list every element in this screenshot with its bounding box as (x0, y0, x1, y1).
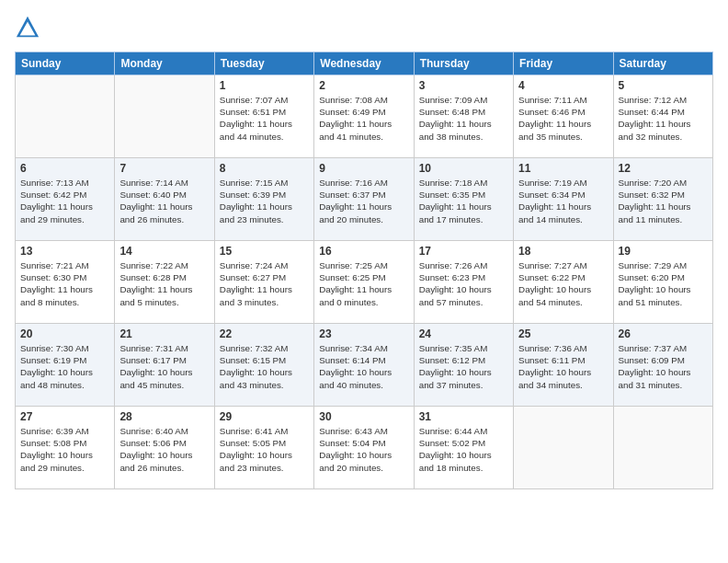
day-info: Sunrise: 7:09 AMSunset: 6:48 PMDaylight:… (419, 94, 508, 143)
day-number: 5 (619, 79, 708, 92)
calendar-cell: 29Sunrise: 6:41 AMSunset: 5:05 PMDayligh… (214, 407, 313, 489)
day-info: Sunrise: 6:39 AMSunset: 5:08 PMDaylight:… (20, 425, 109, 474)
calendar-cell: 2Sunrise: 7:08 AMSunset: 6:49 PMDaylight… (314, 75, 414, 158)
day-number: 8 (220, 162, 309, 175)
day-number: 24 (419, 327, 508, 340)
calendar-cell: 8Sunrise: 7:15 AMSunset: 6:39 PMDaylight… (214, 158, 313, 241)
weekday-header: Sunday (16, 52, 115, 75)
weekday-header: Thursday (414, 52, 513, 75)
day-info: Sunrise: 7:21 AMSunset: 6:30 PMDaylight:… (20, 259, 109, 308)
calendar-cell: 1Sunrise: 7:07 AMSunset: 6:51 PMDaylight… (214, 75, 313, 158)
day-info: Sunrise: 6:41 AMSunset: 5:05 PMDaylight:… (220, 425, 309, 474)
calendar-cell: 25Sunrise: 7:36 AMSunset: 6:11 PMDayligh… (514, 324, 613, 407)
calendar-cell: 11Sunrise: 7:19 AMSunset: 6:34 PMDayligh… (514, 158, 613, 241)
day-number: 31 (419, 410, 508, 423)
day-info: Sunrise: 7:22 AMSunset: 6:28 PMDaylight:… (119, 259, 209, 308)
day-number: 6 (20, 162, 109, 175)
calendar-cell: 26Sunrise: 7:37 AMSunset: 6:09 PMDayligh… (613, 324, 712, 407)
calendar-cell: 4Sunrise: 7:11 AMSunset: 6:46 PMDaylight… (514, 75, 613, 158)
calendar-cell: 9Sunrise: 7:16 AMSunset: 6:37 PMDaylight… (314, 158, 414, 241)
day-number: 23 (319, 327, 408, 340)
calendar-cell: 30Sunrise: 6:43 AMSunset: 5:04 PMDayligh… (314, 407, 414, 489)
day-info: Sunrise: 7:15 AMSunset: 6:39 PMDaylight:… (220, 177, 309, 225)
day-number: 9 (319, 162, 408, 175)
day-info: Sunrise: 6:44 AMSunset: 5:02 PMDaylight:… (419, 425, 508, 474)
day-number: 16 (319, 245, 408, 258)
day-number: 22 (220, 327, 309, 340)
day-info: Sunrise: 7:27 AMSunset: 6:22 PMDaylight:… (518, 259, 608, 308)
day-number: 20 (20, 327, 109, 340)
day-number: 2 (319, 79, 408, 92)
page-header (15, 15, 713, 40)
calendar-cell: 3Sunrise: 7:09 AMSunset: 6:48 PMDaylight… (414, 75, 513, 158)
day-number: 1 (220, 79, 309, 92)
day-info: Sunrise: 6:43 AMSunset: 5:04 PMDaylight:… (319, 425, 408, 474)
calendar-cell: 14Sunrise: 7:22 AMSunset: 6:28 PMDayligh… (115, 241, 214, 324)
day-info: Sunrise: 7:24 AMSunset: 6:27 PMDaylight:… (220, 259, 309, 308)
calendar-week-row: 20Sunrise: 7:30 AMSunset: 6:19 PMDayligh… (16, 324, 713, 407)
calendar-cell: 23Sunrise: 7:34 AMSunset: 6:14 PMDayligh… (314, 324, 414, 407)
weekday-header: Friday (514, 52, 613, 75)
calendar-week-row: 13Sunrise: 7:21 AMSunset: 6:30 PMDayligh… (16, 241, 713, 324)
calendar-cell: 27Sunrise: 6:39 AMSunset: 5:08 PMDayligh… (16, 407, 115, 489)
day-info: Sunrise: 7:30 AMSunset: 6:19 PMDaylight:… (20, 342, 109, 391)
day-number: 30 (319, 410, 408, 423)
day-number: 13 (20, 245, 109, 258)
calendar-cell: 16Sunrise: 7:25 AMSunset: 6:25 PMDayligh… (314, 241, 414, 324)
day-number: 4 (518, 79, 608, 92)
day-number: 18 (518, 245, 608, 258)
day-info: Sunrise: 7:31 AMSunset: 6:17 PMDaylight:… (119, 342, 209, 391)
day-info: Sunrise: 7:13 AMSunset: 6:42 PMDaylight:… (20, 177, 109, 225)
calendar-cell: 10Sunrise: 7:18 AMSunset: 6:35 PMDayligh… (414, 158, 513, 241)
day-info: Sunrise: 7:18 AMSunset: 6:35 PMDaylight:… (419, 177, 508, 225)
calendar-week-row: 27Sunrise: 6:39 AMSunset: 5:08 PMDayligh… (16, 407, 713, 489)
day-info: Sunrise: 7:32 AMSunset: 6:15 PMDaylight:… (220, 342, 309, 391)
day-number: 27 (20, 410, 109, 423)
day-number: 11 (518, 162, 608, 175)
calendar-cell (115, 75, 214, 158)
day-number: 19 (619, 245, 708, 258)
calendar-week-row: 6Sunrise: 7:13 AMSunset: 6:42 PMDaylight… (16, 158, 713, 241)
day-info: Sunrise: 7:34 AMSunset: 6:14 PMDaylight:… (319, 342, 408, 391)
day-number: 21 (119, 327, 209, 340)
day-info: Sunrise: 7:12 AMSunset: 6:44 PMDaylight:… (619, 94, 708, 143)
calendar-cell: 20Sunrise: 7:30 AMSunset: 6:19 PMDayligh… (16, 324, 115, 407)
day-info: Sunrise: 7:26 AMSunset: 6:23 PMDaylight:… (419, 259, 508, 308)
weekday-header: Wednesday (314, 52, 414, 75)
weekday-header: Saturday (613, 52, 712, 75)
logo-icon (15, 15, 40, 40)
calendar-cell: 12Sunrise: 7:20 AMSunset: 6:32 PMDayligh… (613, 158, 712, 241)
logo (15, 15, 44, 40)
calendar-week-row: 1Sunrise: 7:07 AMSunset: 6:51 PMDaylight… (16, 75, 713, 158)
day-number: 10 (419, 162, 508, 175)
calendar-cell: 6Sunrise: 7:13 AMSunset: 6:42 PMDaylight… (16, 158, 115, 241)
day-number: 29 (220, 410, 309, 423)
weekday-header-row: SundayMondayTuesdayWednesdayThursdayFrid… (16, 52, 713, 75)
calendar-cell: 24Sunrise: 7:35 AMSunset: 6:12 PMDayligh… (414, 324, 513, 407)
calendar-table: SundayMondayTuesdayWednesdayThursdayFrid… (15, 52, 713, 489)
calendar-cell: 15Sunrise: 7:24 AMSunset: 6:27 PMDayligh… (214, 241, 313, 324)
weekday-header: Tuesday (214, 52, 313, 75)
weekday-header: Monday (115, 52, 214, 75)
day-info: Sunrise: 7:20 AMSunset: 6:32 PMDaylight:… (619, 177, 708, 225)
day-number: 14 (119, 245, 209, 258)
calendar-cell (16, 75, 115, 158)
calendar-cell (613, 407, 712, 489)
day-info: Sunrise: 7:19 AMSunset: 6:34 PMDaylight:… (518, 177, 608, 225)
calendar-cell: 28Sunrise: 6:40 AMSunset: 5:06 PMDayligh… (115, 407, 214, 489)
day-number: 28 (119, 410, 209, 423)
calendar-cell: 18Sunrise: 7:27 AMSunset: 6:22 PMDayligh… (514, 241, 613, 324)
day-number: 7 (119, 162, 209, 175)
day-info: Sunrise: 7:29 AMSunset: 6:20 PMDaylight:… (619, 259, 708, 308)
day-info: Sunrise: 7:08 AMSunset: 6:49 PMDaylight:… (319, 94, 408, 143)
day-number: 15 (220, 245, 309, 258)
day-number: 26 (619, 327, 708, 340)
day-info: Sunrise: 7:36 AMSunset: 6:11 PMDaylight:… (518, 342, 608, 391)
day-number: 25 (518, 327, 608, 340)
day-info: Sunrise: 7:14 AMSunset: 6:40 PMDaylight:… (119, 177, 209, 225)
calendar-cell: 31Sunrise: 6:44 AMSunset: 5:02 PMDayligh… (414, 407, 513, 489)
calendar-cell: 13Sunrise: 7:21 AMSunset: 6:30 PMDayligh… (16, 241, 115, 324)
day-info: Sunrise: 7:25 AMSunset: 6:25 PMDaylight:… (319, 259, 408, 308)
day-info: Sunrise: 7:37 AMSunset: 6:09 PMDaylight:… (619, 342, 708, 391)
day-number: 12 (619, 162, 708, 175)
